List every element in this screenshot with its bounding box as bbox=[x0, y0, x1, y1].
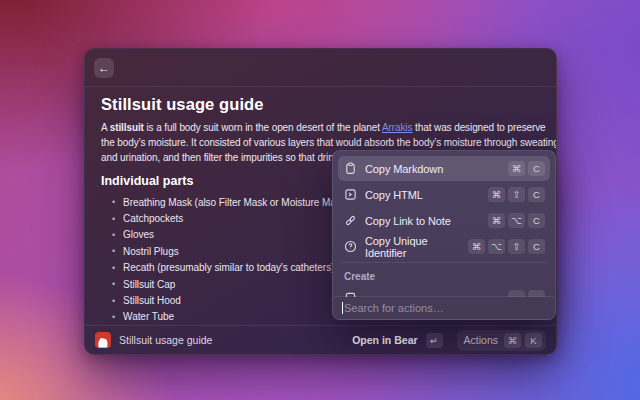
bullet-icon: • bbox=[112, 230, 115, 240]
paragraph-line-1: A stillsuit is a full body suit worn in … bbox=[101, 120, 540, 135]
actions-menu-list: Copy Markdown ⌘ C Copy HTML ⌘ ⇧ C bbox=[333, 151, 555, 297]
clipboard-icon bbox=[343, 162, 357, 176]
menu-item-copy-unique-identifier[interactable]: Copy Unique Identifier ⌘ ⌥ ⇧ C bbox=[338, 234, 550, 259]
menu-item-copy-html[interactable]: Copy HTML ⌘ ⇧ C bbox=[338, 182, 550, 207]
text-run: that was designed to preserve bbox=[412, 122, 545, 133]
bullet-icon: • bbox=[112, 214, 115, 224]
shortcut-keys: ⌘ C bbox=[508, 161, 545, 176]
menu-item-label: Copy Markdown bbox=[365, 163, 500, 175]
shift-key-badge: ⇧ bbox=[508, 239, 525, 254]
menu-search-row bbox=[333, 296, 555, 319]
list-item-label: Breathing Mask (also Filter Mask or Mois… bbox=[123, 197, 349, 208]
list-item-label: Catchpockets bbox=[123, 213, 183, 224]
text-run: A bbox=[101, 122, 110, 133]
c-key-badge: C bbox=[528, 161, 545, 176]
bullet-icon: • bbox=[112, 296, 115, 306]
page-title: Stillsuit usage guide bbox=[101, 95, 540, 114]
shortcut-keys: ⌘ ⌥ C bbox=[488, 213, 545, 228]
bear-app-icon bbox=[95, 332, 111, 348]
cmd-key-badge: ⌘ bbox=[488, 213, 505, 228]
actions-label: Actions bbox=[464, 334, 498, 346]
cmd-key-badge: ⌘ bbox=[468, 239, 485, 254]
bold-text: stillsuit bbox=[110, 122, 144, 133]
desktop-background: ← Stillsuit usage guide A stillsuit is a… bbox=[0, 0, 640, 400]
footer-note-title: Stillsuit usage guide bbox=[119, 334, 344, 346]
menu-divider bbox=[340, 262, 548, 263]
link-icon bbox=[343, 214, 357, 228]
return-key-badge: ↵ bbox=[426, 333, 443, 348]
text-run: is a full body suit worn in the open des… bbox=[144, 122, 382, 133]
list-item-label: Water Tube bbox=[123, 311, 174, 322]
c-key-badge: C bbox=[528, 187, 545, 202]
menu-item-copy-markdown[interactable]: Copy Markdown ⌘ C bbox=[338, 156, 550, 181]
list-item-label: Gloves bbox=[123, 229, 154, 240]
cmd-key-badge: ⌘ bbox=[508, 161, 525, 176]
option-key-badge: ⌥ bbox=[508, 213, 525, 228]
actions-button[interactable]: Actions ⌘ K bbox=[457, 330, 546, 351]
code-block-icon bbox=[343, 188, 357, 202]
c-key-badge: C bbox=[528, 239, 545, 254]
bullet-icon: • bbox=[112, 263, 115, 273]
shortcut-keys: ⌘ ⇧ C bbox=[488, 187, 545, 202]
menu-item-copy-link-to-note[interactable]: Copy Link to Note ⌘ ⌥ C bbox=[338, 208, 550, 233]
bullet-icon: • bbox=[112, 279, 115, 289]
back-button[interactable]: ← bbox=[94, 58, 114, 78]
footer-bar: Stillsuit usage guide Open in Bear ↵ Act… bbox=[85, 325, 556, 354]
open-in-bear-button[interactable]: Open in Bear bbox=[352, 334, 417, 346]
option-key-badge: ⌥ bbox=[488, 239, 505, 254]
list-item-label: Stillsuit Cap bbox=[123, 279, 175, 290]
k-key-badge: K bbox=[525, 333, 542, 348]
list-item-label: Nostril Plugs bbox=[123, 246, 178, 257]
menu-item-label: Copy Link to Note bbox=[365, 215, 480, 227]
cmd-key-badge: ⌘ bbox=[488, 187, 505, 202]
menu-item-label: Copy Unique Identifier bbox=[365, 235, 460, 259]
question-circle-icon bbox=[343, 240, 357, 254]
bullet-icon: • bbox=[112, 312, 115, 322]
menu-section-create: Create bbox=[338, 266, 550, 285]
shift-key-badge: ⇧ bbox=[508, 187, 525, 202]
list-item-label: Recath (presumably similar to today's ca… bbox=[123, 262, 334, 273]
menu-item-label: Copy HTML bbox=[365, 189, 480, 201]
search-input[interactable] bbox=[344, 302, 546, 314]
bullet-icon: • bbox=[112, 197, 115, 207]
cmd-key-badge: ⌘ bbox=[504, 333, 521, 348]
paragraph-line-2: the body’s moisture. It consisted of var… bbox=[101, 135, 540, 150]
bullet-icon: • bbox=[112, 246, 115, 256]
shortcut-keys: ⌘ ⌥ ⇧ C bbox=[468, 239, 545, 254]
back-arrow-icon: ← bbox=[98, 61, 110, 75]
arrakis-link[interactable]: Arrakis bbox=[382, 122, 412, 133]
list-item-label: Stillsuit Hood bbox=[123, 295, 181, 306]
text-caret bbox=[342, 302, 343, 314]
actions-menu: Copy Markdown ⌘ C Copy HTML ⌘ ⇧ C bbox=[332, 150, 556, 320]
c-key-badge: C bbox=[528, 213, 545, 228]
window-header: ← bbox=[85, 49, 556, 87]
